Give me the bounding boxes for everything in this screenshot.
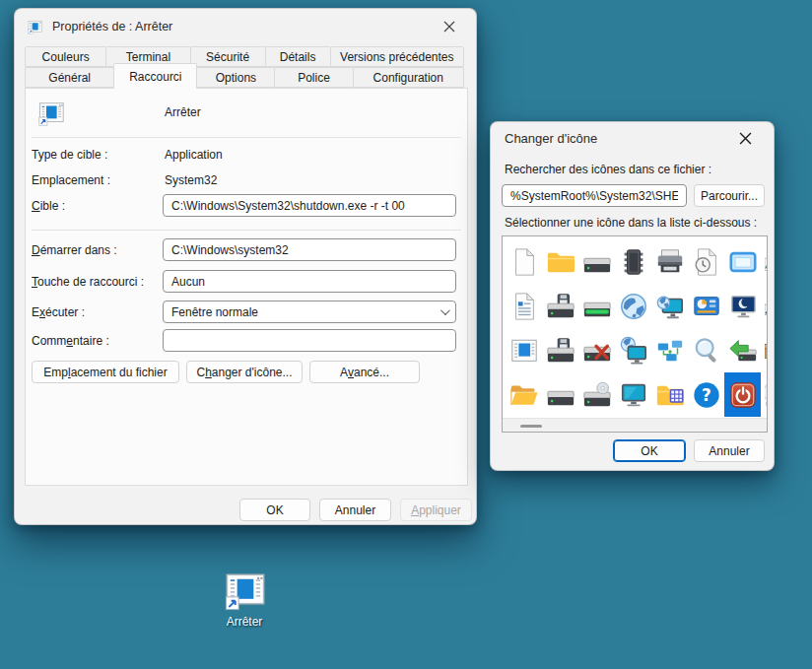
browse-button[interactable]: Parcourir... [694,184,765,207]
open-file-location-button[interactable]: Emplacement du fichier [32,361,179,383]
drive-green-bar-icon[interactable] [578,284,615,328]
document-clock-icon[interactable] [688,239,724,284]
tab-configuration[interactable]: Configuration [353,67,464,88]
globe-monitor-icon[interactable] [615,328,651,372]
cancel-button[interactable]: Annuler [319,499,391,521]
monitor-globe-icon[interactable] [651,284,688,328]
run-label: Exécuter : [32,305,85,319]
icon-file-path-input[interactable] [502,184,687,207]
change-icon-titlebar[interactable]: Changer d'icône [491,122,774,154]
separator [32,230,461,231]
magnifier-icon[interactable] [688,328,724,372]
hard-drive-icon[interactable] [578,239,615,284]
shutdown-app-icon [27,19,43,35]
advanced-button[interactable]: Avancé... [309,361,420,383]
drive-floppy-icon[interactable] [542,284,578,328]
target-input[interactable] [163,194,456,217]
run-select[interactable]: Fenêtre normale [163,301,456,323]
tab-row-front: Général Raccourci Options Police Configu… [25,67,468,88]
package-box-icon[interactable] [761,328,767,372]
window-frame-icon[interactable] [724,239,761,284]
tab-police[interactable]: Police [274,67,353,88]
tab-raccourci[interactable]: Raccourci [113,63,197,89]
desktop-shortcut-label: Arrêter [209,615,280,629]
horizontal-scrollbar[interactable] [503,418,767,432]
drive-floppy-icon[interactable] [542,328,578,372]
drive-restore-arrow-icon[interactable] [724,328,761,372]
properties-dialog-window: Propriétés de : Arrêter Couleurs Termina… [14,8,477,525]
globe-icon[interactable] [615,284,651,328]
memory-chip-icon[interactable] [615,239,651,284]
control-panel-icon[interactable] [688,284,724,328]
ok-button[interactable]: OK [613,439,686,462]
icon-grid: ? [503,236,767,419]
window-title: Changer d'icône [505,131,597,146]
target-label: Cible : [32,199,65,213]
horizontal-scrollbar-thumb[interactable] [520,425,542,428]
window-title: Propriétés de : Arrêter [52,20,172,33]
tab-couleurs[interactable]: Couleurs [25,46,106,67]
tab-general[interactable]: Général [25,67,114,88]
properties-titlebar[interactable]: Propriétés de : Arrêter [15,9,476,44]
shutdown-app-icon [222,568,268,614]
target-type-label: Type de cible : [32,148,107,162]
power-button-icon[interactable] [724,372,761,417]
run-select-value: Fenêtre normale [171,305,258,319]
apply-button[interactable]: Appliquer [400,499,472,521]
cancel-button[interactable]: Annuler [694,439,765,462]
tab-row-back: Couleurs Terminal Sécurité Détails Versi… [25,46,468,67]
ok-button[interactable]: OK [239,499,310,521]
bulb-icon[interactable] [761,372,767,417]
shortcut-key-input[interactable] [163,270,456,293]
tab-details[interactable]: Détails [265,46,331,67]
search-file-label: Rechercher des icônes dans ce fichier : [505,163,711,176]
tab-options[interactable]: Options [196,67,275,88]
blank-document-icon[interactable] [506,239,542,284]
monitor-icon[interactable] [615,372,651,417]
close-icon[interactable] [730,125,760,151]
svg-text:?: ? [702,385,711,405]
tab-versions-precedentes[interactable]: Versions précédentes [330,46,464,67]
folder-open-icon[interactable] [506,372,542,417]
app-window-icon[interactable] [506,328,542,372]
location-value: System32 [165,173,217,187]
start-in-input[interactable] [163,238,456,261]
shortcut-icon [36,99,66,128]
drive-cd-icon[interactable] [578,372,615,417]
chevron-down-icon [440,305,450,315]
select-icon-label: Sélectionner une icône dans la liste ci-… [505,216,757,230]
hard-drive-icon[interactable] [542,372,578,417]
printer-icon[interactable] [651,239,688,284]
shortcut-key-label: Touche de raccourci : [32,275,144,289]
start-in-label: Démarrer dans : [32,243,117,257]
close-icon[interactable] [435,14,464,39]
help-circle-icon[interactable]: ? [688,372,724,417]
separator [32,137,461,138]
network-nodes-icon[interactable] [651,328,688,372]
shortcut-overlay-icon[interactable] [761,284,767,328]
drive-error-x-icon[interactable] [578,328,615,372]
comment-input[interactable] [163,329,456,352]
target-type-value: Application [165,148,223,162]
icon-list: ? [502,235,768,433]
monitor-moon-icon[interactable] [724,284,761,328]
shortcut-name: Arrêter [165,105,201,119]
location-label: Emplacement : [32,173,110,187]
comment-label: Commentaire : [32,334,109,348]
change-icon-button[interactable]: Changer d'icône... [186,361,303,383]
shortcut-tab-page: Arrêter Type de cible : Application Empl… [25,88,468,486]
share-arrow-icon[interactable] [761,239,767,284]
folder-icon[interactable] [542,239,578,284]
tab-securite[interactable]: Sécurité [190,46,266,67]
change-icon-dialog-window: Changer d'icône Rechercher des icônes da… [490,121,775,471]
folder-grid-icon[interactable] [651,372,688,417]
text-document-icon[interactable] [506,284,542,328]
desktop-shortcut-arreter[interactable]: Arrêter [209,568,280,629]
